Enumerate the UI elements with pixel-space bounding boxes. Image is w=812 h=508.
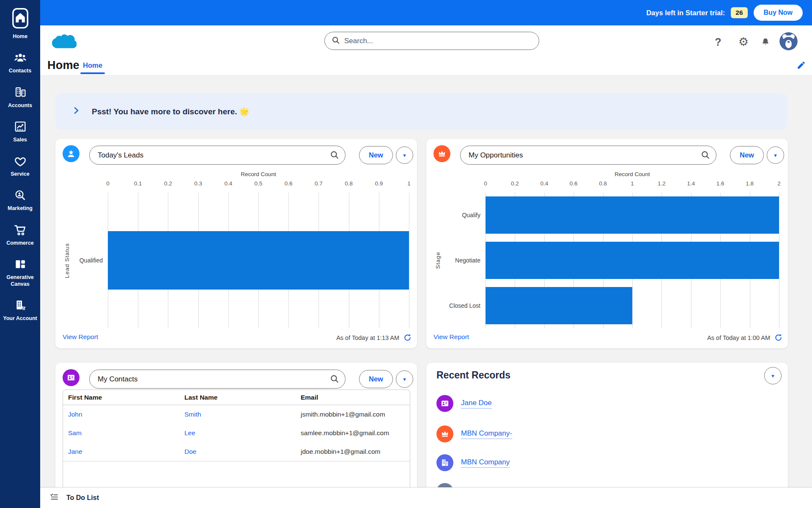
contacts-table: First Name Last Name Email JohnSmithjsmi…: [63, 389, 410, 497]
avatar[interactable]: [779, 32, 798, 50]
sidebar-item-label: Home: [2, 33, 39, 40]
list-actions-dropdown-button[interactable]: ▼: [396, 146, 413, 164]
card-actions-dropdown-button[interactable]: ▼: [764, 367, 782, 384]
contact-email: jsmith.mobbin+1@gmail.com: [296, 405, 410, 424]
leads-list-view-card: New ▼ Record Count Lead Status Qualified…: [55, 139, 417, 348]
sidebar-item-contacts[interactable]: Contacts: [0, 51, 40, 74]
x-tick-label: 0.3: [194, 180, 202, 187]
search-icon[interactable]: [330, 150, 339, 161]
setup-gear-icon[interactable]: ⚙: [736, 35, 751, 49]
discover-banner[interactable]: Psst! You have more to discover here. 🌟: [55, 93, 787, 130]
x-tick-label: 0.8: [599, 180, 607, 187]
search-icon[interactable]: [701, 150, 710, 161]
global-search-box[interactable]: [324, 32, 539, 50]
sidebar-item-label: Sales: [2, 136, 39, 143]
todo-list-label: To Do List: [66, 494, 99, 502]
table-row: JaneDoejdoe.mobbin+1@gmail.com: [63, 442, 410, 461]
column-header-first-name[interactable]: First Name: [63, 390, 179, 405]
contacts-icon: [13, 51, 27, 64]
record-link[interactable]: MBN Company: [461, 458, 510, 468]
generative-canvas-icon: [14, 258, 27, 271]
record-link[interactable]: MBN Company-: [461, 429, 512, 439]
lead-object-icon: [63, 145, 80, 162]
sidebar-item-label: Your Account: [2, 315, 39, 322]
list-view-selector-input[interactable]: [89, 146, 346, 165]
chevron-down-icon: ▼: [771, 373, 775, 378]
contact-email: jdoe.mobbin+1@gmail.com: [296, 442, 410, 461]
chevron-right-icon[interactable]: [71, 106, 81, 117]
contact-name-link[interactable]: Lee: [179, 424, 296, 442]
recent-record-item: MBN Company: [436, 454, 510, 471]
column-header-email[interactable]: Email: [296, 390, 410, 405]
contact-record-icon: [436, 395, 453, 412]
tab-home[interactable]: Home: [77, 61, 108, 74]
column-header-last-name[interactable]: Last Name: [179, 390, 296, 405]
commerce-icon: [13, 224, 27, 236]
as-of-timestamp: As of Today at 1:13 AM: [336, 334, 399, 341]
bar-negotiate: [486, 242, 779, 279]
sidebar-item-label: Accounts: [2, 102, 39, 109]
bar-closed-lost: [486, 287, 632, 324]
new-button[interactable]: New: [730, 146, 764, 164]
table-row: SamLeesamlee.mobbin+1@gmail.com: [63, 424, 410, 442]
refresh-icon[interactable]: [774, 334, 782, 342]
category-label: Closed Lost: [426, 283, 480, 328]
todo-list-icon: [49, 492, 59, 503]
buy-now-button[interactable]: Buy Now: [754, 5, 803, 21]
chevron-down-icon: ▼: [402, 377, 407, 382]
sidebar-item-marketing[interactable]: Marketing: [0, 189, 40, 212]
list-actions-dropdown-button[interactable]: ▼: [767, 146, 784, 164]
contacts-list-view-card: New ▼ First Name Last Name Email JohnSmi…: [55, 363, 417, 505]
contact-name-link[interactable]: Doe: [179, 442, 296, 461]
search-icon: [332, 36, 340, 46]
x-tick-label: 2: [777, 180, 781, 187]
x-tick-label: 0.2: [164, 180, 172, 187]
notifications-bell-icon[interactable]: [758, 35, 773, 49]
contact-name-link[interactable]: Jane: [63, 442, 179, 461]
trial-days-label: Days left in Starter trial:: [646, 9, 725, 17]
view-report-link[interactable]: View Report: [63, 333, 98, 341]
x-tick-label: 0: [484, 180, 487, 187]
salesforce-home-page: Home Contacts Accounts Sales Service: [0, 0, 812, 508]
contact-email: samlee.mobbin+1@gmail.com: [296, 424, 410, 442]
search-input[interactable]: [344, 37, 522, 45]
sidebar-item-home[interactable]: Home: [0, 7, 40, 40]
category-label: Qualify: [426, 193, 480, 238]
list-view-selector-input[interactable]: [89, 370, 346, 389]
bar-qualified: [108, 231, 409, 290]
list-view-selector-input[interactable]: [460, 146, 716, 165]
new-button[interactable]: New: [359, 370, 393, 388]
search-icon[interactable]: [330, 374, 339, 385]
edit-pencil-icon[interactable]: [796, 61, 806, 72]
marketing-icon: [14, 189, 27, 202]
contact-name-link[interactable]: Smith: [179, 405, 296, 424]
view-report-link[interactable]: View Report: [433, 333, 469, 341]
help-icon[interactable]: ?: [711, 35, 725, 49]
bar-qualify: [486, 196, 779, 234]
page-title-bar: Home Home: [40, 58, 812, 75]
contact-name-link[interactable]: Sam: [63, 424, 179, 442]
new-button[interactable]: New: [359, 146, 393, 164]
sidebar-item-generative-canvas[interactable]: Generative Canvas: [0, 258, 40, 288]
home-icon: [11, 7, 30, 30]
x-tick-label: 0.4: [540, 180, 548, 187]
refresh-icon[interactable]: [403, 334, 411, 342]
x-tick-label: 0.4: [224, 180, 232, 187]
sidebar-item-label: Generative Canvas: [2, 274, 39, 288]
contact-name-link[interactable]: John: [63, 405, 179, 424]
record-link[interactable]: Jane Doe: [461, 399, 492, 409]
chart-category-labels: Qualified: [55, 193, 103, 328]
sidebar-item-your-account[interactable]: Your Account: [0, 299, 40, 322]
sidebar-item-sales[interactable]: Sales: [0, 120, 40, 143]
list-actions-dropdown-button[interactable]: ▼: [396, 370, 413, 388]
x-tick-label: 0.9: [375, 180, 383, 187]
todo-list-bar[interactable]: To Do List: [40, 487, 812, 508]
chart-category-labels: QualifyNegotiateClosed Lost: [426, 193, 480, 328]
sidebar-item-service[interactable]: Service: [0, 155, 40, 177]
sidebar-item-accounts[interactable]: Accounts: [0, 86, 40, 109]
chart-axis-title: Record Count: [486, 171, 779, 177]
app-sidebar: Home Contacts Accounts Sales Service: [0, 0, 40, 508]
sidebar-item-commerce[interactable]: Commerce: [0, 224, 40, 246]
x-tick-label: 0.7: [315, 180, 323, 187]
x-tick-label: 1.6: [716, 180, 724, 187]
